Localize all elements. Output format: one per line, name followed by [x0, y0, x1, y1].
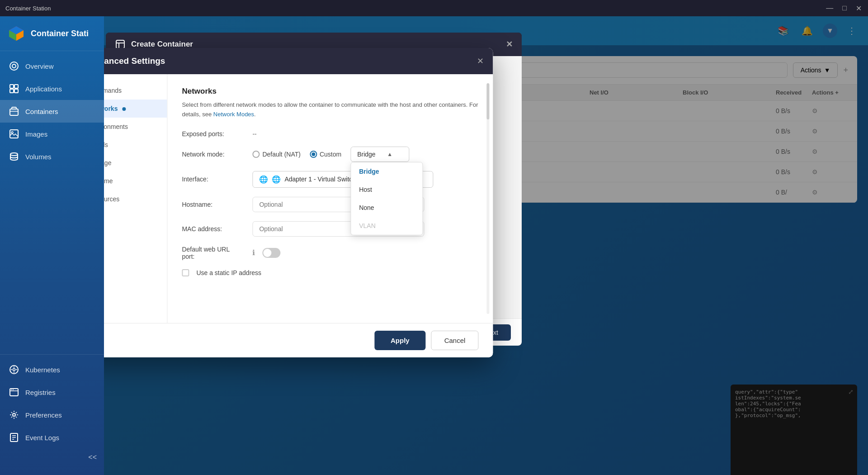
dropdown-item-none[interactable]: None — [351, 199, 422, 217]
advanced-dialog-header: Advanced Settings ✕ — [104, 48, 493, 74]
apply-button[interactable]: Apply — [374, 331, 426, 350]
sidebar-label-volumes: Volumes — [25, 153, 52, 161]
sidebar-label-event-logs: Event Logs — [25, 434, 59, 442]
svg-rect-6 — [10, 85, 14, 88]
svg-point-5 — [12, 64, 16, 68]
svg-point-4 — [10, 62, 18, 70]
preferences-icon — [9, 410, 19, 420]
sidebar-item-applications[interactable]: Applications — [0, 77, 104, 100]
create-dialog-title: Create Container — [131, 40, 193, 49]
exposed-ports-label: Exposed ports: — [182, 130, 245, 138]
svg-point-16 — [13, 369, 15, 371]
sidebar-label-overview: Overview — [25, 62, 54, 70]
networks-section-title: Networks — [182, 87, 478, 96]
networks-section-desc: Select from different network modes to a… — [182, 100, 478, 119]
adv-nav-storage[interactable]: Storage — [104, 154, 167, 172]
sidebar-label-registries: Registries — [25, 389, 56, 396]
sidebar-item-event-logs[interactable]: Event Logs — [0, 426, 104, 449]
sidebar-item-kubernetes[interactable]: Kubernetes — [0, 358, 104, 381]
hostname-label: Hostname: — [182, 201, 245, 208]
static-ip-label: Use a static IP address — [196, 269, 261, 276]
svg-rect-9 — [14, 89, 18, 93]
sidebar-item-overview[interactable]: Overview — [0, 55, 104, 77]
advanced-nav: Commands Networks Environments Labels St… — [104, 74, 167, 323]
static-ip-row: Use a static IP address — [182, 269, 478, 276]
globe-icon-1: 🌐 — [259, 175, 268, 184]
sidebar-label-applications: Applications — [25, 85, 62, 93]
dropdown-item-host[interactable]: Host — [351, 180, 422, 199]
sidebar-label-preferences: Preferences — [25, 411, 62, 419]
static-ip-checkbox[interactable] — [182, 269, 189, 276]
hostname-row: Hostname: — [182, 197, 478, 212]
exposed-ports-row: Exposed ports: -- — [182, 130, 478, 138]
interface-row: Interface: 🌐 🌐 Adapter 1 - Virtual Switc… — [182, 171, 478, 188]
exposed-ports-value: -- — [252, 130, 256, 138]
radio-custom[interactable]: Custom — [310, 151, 341, 158]
advanced-content: Networks Select from different network m… — [167, 74, 493, 323]
toggle-knob — [263, 249, 271, 257]
sidebar-item-volumes[interactable]: Volumes — [0, 145, 104, 168]
window-controls: — □ ✕ — [823, 3, 864, 14]
svg-point-21 — [13, 413, 15, 416]
network-mode-select[interactable]: Bridge ▲ — [350, 147, 409, 162]
kubernetes-icon — [9, 365, 19, 375]
sidebar-collapse-button[interactable]: << — [0, 449, 104, 466]
maximize-button[interactable]: □ — [840, 3, 849, 13]
main-content: 📚 🔔 ▼ ⋮ + Create Import Actions ▼ + — [104, 16, 868, 475]
volumes-icon — [9, 152, 19, 162]
svg-point-19 — [11, 390, 12, 390]
info-icon[interactable]: ℹ — [252, 248, 255, 257]
registries-icon — [9, 387, 19, 397]
default-web-url-row: Default web URL port: ℹ — [182, 246, 478, 260]
default-web-url-label: Default web URL port: — [182, 246, 245, 260]
network-mode-row: Network mode: Default (NAT) Custom — [182, 147, 478, 162]
svg-rect-8 — [10, 89, 14, 93]
advanced-dialog-title: Advanced Settings — [104, 48, 468, 74]
containers-icon — [9, 106, 19, 116]
scroll-indicator — [486, 83, 489, 314]
minimize-button[interactable]: — — [823, 3, 836, 13]
adv-nav-networks[interactable]: Networks — [104, 100, 167, 118]
network-mode-selected-value: Bridge — [357, 151, 375, 158]
interface-label: Interface: — [182, 176, 245, 183]
sidebar-label-kubernetes: Kubernetes — [25, 366, 60, 374]
network-mode-radio-group: Default (NAT) Custom Bridge ▲ — [252, 147, 478, 162]
svg-rect-26 — [116, 40, 124, 48]
radio-default-nat[interactable]: Default (NAT) — [252, 151, 301, 158]
sidebar-item-containers[interactable]: Containers — [0, 100, 104, 123]
sidebar-label-containers: Containers — [25, 108, 58, 115]
scroll-thumb — [486, 83, 489, 119]
sidebar-nav: Overview Applications — [0, 55, 104, 354]
adv-nav-environments[interactable]: Environments — [104, 118, 167, 136]
sidebar-item-registries[interactable]: Registries — [0, 381, 104, 404]
mac-address-row: MAC address: — [182, 221, 478, 237]
adv-nav-resources[interactable]: Resources — [104, 190, 167, 208]
close-button[interactable]: ✕ — [853, 3, 864, 14]
radio-custom-circle — [310, 151, 317, 158]
app-body: Container Stati Overview — [0, 16, 868, 475]
svg-rect-10 — [10, 109, 18, 115]
svg-point-14 — [10, 153, 18, 156]
network-mode-dropdown-menu: Bridge Host None VLAN — [350, 162, 423, 235]
sidebar-item-images[interactable]: Images — [0, 123, 104, 145]
adv-nav-runtime[interactable]: Runtime — [104, 172, 167, 190]
chevron-down-icon: ▲ — [387, 151, 392, 157]
event-logs-icon — [9, 432, 19, 442]
default-web-url-toggle[interactable] — [262, 248, 280, 258]
network-modes-link[interactable]: Network Modes — [213, 111, 254, 118]
interface-value: Adapter 1 - Virtual Switch — [284, 176, 356, 183]
dropdown-item-bridge[interactable]: Bridge — [351, 162, 422, 180]
networks-dot-indicator — [122, 107, 126, 111]
sidebar-title: Container Stati — [31, 29, 89, 38]
advanced-dialog-close[interactable]: ✕ — [468, 48, 493, 74]
adv-nav-labels[interactable]: Labels — [104, 136, 167, 154]
adv-nav-commands[interactable]: Commands — [104, 81, 167, 100]
network-mode-select-wrapper: Bridge ▲ Bridge Host None VLAN — [350, 147, 409, 162]
svg-rect-7 — [14, 85, 18, 88]
cancel-button[interactable]: Cancel — [431, 331, 479, 350]
sidebar-item-preferences[interactable]: Preferences — [0, 404, 104, 426]
create-dialog-close[interactable]: ✕ — [506, 39, 513, 49]
svg-point-20 — [13, 390, 14, 390]
applications-icon — [9, 84, 19, 94]
svg-rect-12 — [10, 130, 18, 138]
